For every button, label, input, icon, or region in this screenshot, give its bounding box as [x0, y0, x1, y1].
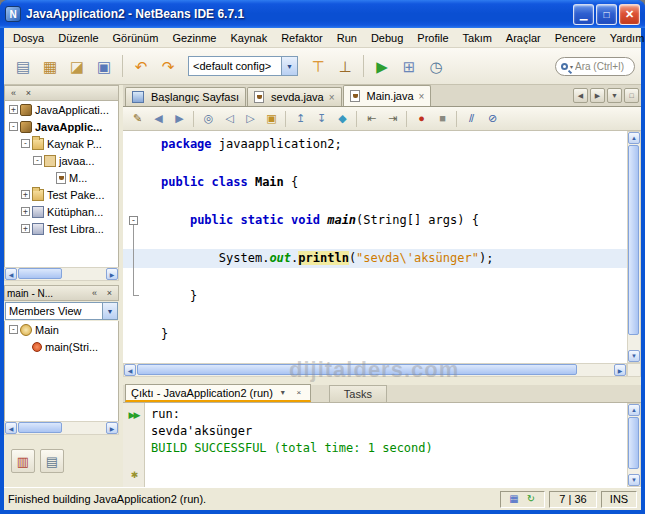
scroll-left-icon[interactable]: ◀	[124, 364, 136, 376]
code-line-7[interactable]: System.out.println("sevda\'aksünger");	[123, 249, 627, 268]
code-line-9[interactable]: }	[123, 287, 627, 306]
menu-item-12[interactable]: Pencere	[548, 30, 603, 46]
tab-tasks[interactable]: Tasks	[329, 385, 387, 402]
shift-left-button[interactable]: ⇤	[361, 109, 381, 129]
scrollbar-track[interactable]	[628, 144, 640, 350]
collapse-icon[interactable]: -	[33, 156, 42, 165]
find-selection-button[interactable]: ◎	[198, 109, 218, 129]
menu-item-13[interactable]: Yardım	[603, 30, 645, 46]
close-panel-icon[interactable]: ×	[103, 287, 116, 299]
debug-project-button[interactable]: ⊞	[396, 53, 422, 79]
code-editor[interactable]: package javaapplication2;public class Ma…	[123, 131, 627, 363]
code-line-10[interactable]	[123, 306, 627, 325]
project-node-7[interactable]: +Kütüphan...	[5, 203, 118, 220]
find-next-button[interactable]: ▷	[240, 109, 260, 129]
menu-item-7[interactable]: Run	[330, 30, 364, 46]
scrollbar-track[interactable]	[17, 268, 106, 280]
scroll-left-icon[interactable]: ◀	[5, 268, 17, 280]
fold-collapse-icon[interactable]: -	[129, 216, 138, 225]
scroll-down-icon[interactable]: ▼	[628, 350, 640, 362]
code-line-5[interactable]: - public static void main(String[] args)…	[123, 211, 627, 230]
close-tab-icon[interactable]: ×	[329, 92, 335, 103]
expand-icon[interactable]: +	[21, 207, 30, 216]
last-edit-button[interactable]: ✎	[127, 109, 147, 129]
minimized-window-button-2[interactable]: ▤	[40, 449, 64, 473]
menu-item-10[interactable]: Takım	[456, 30, 499, 46]
minimize-panel-icon[interactable]: «	[7, 87, 20, 99]
record-macro-button[interactable]: ●	[411, 109, 431, 129]
menu-item-6[interactable]: Refaktor	[274, 30, 330, 46]
projects-horizontal-scrollbar[interactable]: ◀ ▶	[4, 267, 119, 281]
scroll-tabs-left-button[interactable]: ◀	[573, 88, 588, 103]
code-line-2[interactable]	[123, 154, 627, 173]
clean-build-button[interactable]: ⊥	[332, 53, 358, 79]
navigator-node-2[interactable]: main(Stri...	[5, 338, 118, 355]
forward-button[interactable]: ▶	[169, 109, 189, 129]
scrollbar-thumb[interactable]	[137, 364, 577, 375]
expand-icon[interactable]: +	[9, 105, 18, 114]
quick-search[interactable]: ▾	[555, 57, 635, 76]
code-line-11[interactable]: }	[123, 325, 627, 344]
output-vertical-scrollbar[interactable]: ▲ ▼	[627, 403, 641, 487]
expand-icon[interactable]: +	[21, 224, 30, 233]
scroll-left-icon[interactable]: ◀	[5, 422, 17, 434]
editor-tab-3[interactable]: Main.java×	[343, 85, 432, 106]
chevron-down-icon[interactable]: ▾	[277, 388, 289, 397]
search-input[interactable]	[575, 61, 629, 72]
scroll-up-icon[interactable]: ▲	[628, 404, 640, 416]
notification-icon[interactable]: ▦	[507, 492, 521, 506]
shift-right-button[interactable]: ⇥	[382, 109, 402, 129]
scrollbar-track[interactable]	[628, 416, 640, 474]
scroll-tabs-right-button[interactable]: ▶	[590, 88, 605, 103]
close-tab-icon[interactable]: ×	[419, 91, 425, 102]
project-node-8[interactable]: +Test Libra...	[5, 220, 118, 237]
open-project-button[interactable]: ◪	[64, 53, 90, 79]
new-file-button[interactable]: ▤	[10, 53, 36, 79]
scrollbar-track[interactable]	[17, 422, 106, 434]
project-node-1[interactable]: +JavaApplicati...	[5, 101, 118, 118]
menu-item-8[interactable]: Debug	[364, 30, 410, 46]
navigator-view-select[interactable]: Members View ▼	[5, 302, 118, 320]
redo-button[interactable]: ↷	[155, 53, 181, 79]
close-tab-icon[interactable]: ×	[293, 388, 305, 397]
refresh-icon[interactable]: ↻	[524, 492, 538, 506]
project-node-2[interactable]: -JavaApplic...	[5, 118, 118, 135]
close-button[interactable]: ✕	[619, 4, 640, 25]
build-project-button[interactable]: ⊤	[305, 53, 331, 79]
rerun-button[interactable]: ▶▶	[125, 407, 143, 423]
new-project-button[interactable]: ▦	[37, 53, 63, 79]
project-node-4[interactable]: -javaa...	[5, 152, 118, 169]
tab-output[interactable]: Çıktı - JavaApplication2 (run) ▾ ×	[125, 384, 311, 402]
project-node-5[interactable]: M...	[5, 169, 118, 186]
toggle-highlight-button[interactable]: ▣	[261, 109, 281, 129]
expand-icon[interactable]: +	[21, 190, 30, 199]
menu-item-2[interactable]: Düzenle	[51, 30, 105, 46]
scrollbar-thumb[interactable]	[628, 417, 639, 469]
menu-item-1[interactable]: Dosya	[6, 30, 51, 46]
menu-item-9[interactable]: Profile	[410, 30, 455, 46]
maximize-button[interactable]: □	[596, 4, 617, 25]
code-line-3[interactable]: public class Main {	[123, 173, 627, 192]
scroll-right-icon[interactable]: ▶	[106, 422, 118, 434]
scrollbar-track[interactable]	[136, 364, 614, 376]
uncomment-button[interactable]: ⊘	[482, 109, 502, 129]
collapse-icon[interactable]: -	[9, 325, 18, 334]
output-console[interactable]: run:sevda'aksüngerBUILD SUCCESSFUL (tota…	[145, 403, 627, 487]
collapse-icon[interactable]: -	[9, 122, 18, 131]
run-project-button[interactable]: ▶	[369, 53, 395, 79]
minimize-button[interactable]: ▁	[573, 4, 594, 25]
previous-bookmark-button[interactable]: ↥	[290, 109, 310, 129]
project-node-3[interactable]: -Kaynak P...	[5, 135, 118, 152]
projects-panel-header[interactable]: « ×	[4, 85, 119, 101]
navigator-node-1[interactable]: -Main	[5, 321, 118, 338]
editor-tab-1[interactable]: Başlangıç Sayfası	[125, 87, 246, 106]
scroll-right-icon[interactable]: ▶	[106, 268, 118, 280]
comment-button[interactable]: //	[461, 109, 481, 129]
undo-button[interactable]: ↶	[128, 53, 154, 79]
scroll-up-icon[interactable]: ▲	[628, 132, 640, 144]
code-line-1[interactable]: package javaapplication2;	[123, 135, 627, 154]
project-node-6[interactable]: +Test Pake...	[5, 186, 118, 203]
save-all-button[interactable]: ▣	[91, 53, 117, 79]
menu-item-5[interactable]: Kaynak	[223, 30, 274, 46]
scroll-right-icon[interactable]: ▶	[614, 364, 626, 376]
